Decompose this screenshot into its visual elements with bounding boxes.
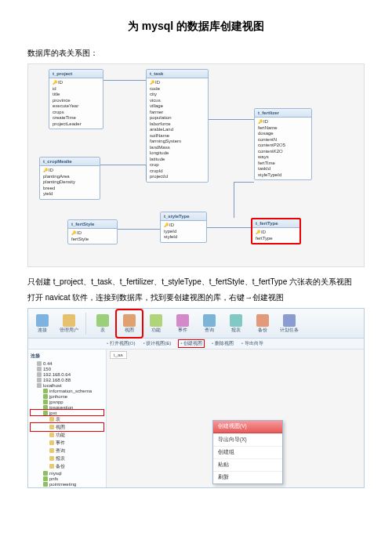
entity-fertstyle: t_fertStyle IDfertStyle — [67, 219, 118, 244]
entity-project: t_project IDidtitleprovinceexecuteYearcr… — [49, 69, 103, 129]
sub-toolbar: 打开视图(O) 设计视图(E) 创建视图 删除视图 导出向导 — [28, 339, 364, 349]
context-menu: 创建视图(V) 导出向导(X) 创建组 粘贴 刷新 — [212, 420, 283, 484]
tb-table[interactable]: 表 — [90, 310, 115, 337]
sub-design[interactable]: 设计视图(E) — [143, 340, 171, 347]
create-tables-text: 只创建 t_project、t_task、t_fertilizer、t_styl… — [27, 277, 365, 288]
er-diagram: t_project IDidtitleprovinceexecuteYearcr… — [27, 63, 365, 267]
entity-cropmealie: t_cropMealie IDplantingAreaplantingDensi… — [39, 157, 100, 200]
tb-func[interactable]: 功能 — [143, 310, 169, 337]
navicat-window: 连接 管理用户 表 视图 功能 事件 查询 报表 备份 计划任务 打开视图(O)… — [27, 308, 365, 488]
tb-connect[interactable]: 连接 — [30, 310, 55, 337]
sub-create[interactable]: 创建视图 — [179, 340, 204, 347]
ctx-create-view[interactable]: 创建视图(V) — [213, 421, 282, 433]
ctx-refresh[interactable]: 刷新 — [213, 471, 282, 483]
entity-task: t_task IDcodecityvicusvillagefarmerpopul… — [146, 69, 209, 183]
tb-schedule[interactable]: 计划任务 — [277, 310, 302, 337]
entity-ferttype: t_fertType IDfertType — [251, 218, 301, 244]
tb-event[interactable]: 事件 — [170, 310, 195, 337]
ctx-export[interactable]: 导出向导(X) — [213, 433, 282, 446]
sub-open[interactable]: 打开视图(O) — [107, 340, 135, 347]
entity-fertilizer: t_fertlizer IDfertNamedosagecontentNcont… — [254, 108, 312, 180]
main-toolbar: 连接 管理用户 表 视图 功能 事件 查询 报表 备份 计划任务 — [28, 309, 364, 339]
tb-users[interactable]: 管理用户 — [56, 310, 82, 337]
tb-report[interactable]: 报表 — [223, 310, 249, 337]
tb-backup[interactable]: 备份 — [250, 310, 275, 337]
ctx-paste[interactable]: 粘贴 — [213, 458, 282, 471]
page-title: 为 mysql 的数据库创建视图 — [27, 20, 365, 34]
main-tab[interactable]: t_aa — [110, 351, 127, 359]
entity-styletype: t_styleType IDtypeIdstyleId — [160, 212, 207, 243]
sub-export[interactable]: 导出向导 — [241, 340, 263, 347]
tb-view[interactable]: 视图 — [117, 310, 142, 337]
sub-delete[interactable]: 删除视图 — [212, 340, 234, 347]
navicat-instruction: 打开 navicat 软件，连接到数据库，找到要创建视图的库，右键→创建视图 — [27, 292, 365, 303]
intro-text: 数据库的表关系图： — [27, 48, 365, 59]
ctx-group[interactable]: 创建组 — [213, 446, 282, 458]
main-panel: t_aa 创建视图(V) 导出向导(X) 创建组 粘贴 刷新 — [107, 349, 364, 487]
tb-query[interactable]: 查询 — [197, 310, 222, 337]
connection-tree[interactable]: 连接 0.44150192.168.0.64192.168.0.88localh… — [28, 349, 107, 487]
